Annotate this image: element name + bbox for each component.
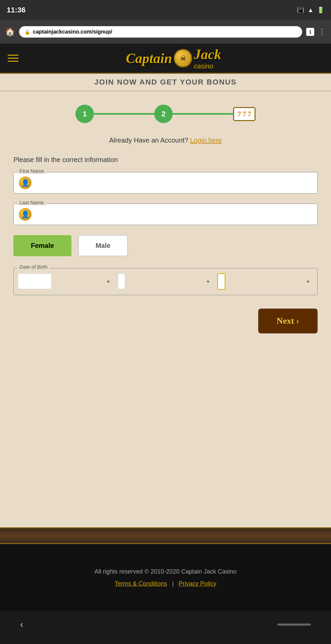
step-line-1-2 — [94, 113, 154, 115]
dob-day-select[interactable] — [118, 273, 125, 289]
lock-icon: 🔒 — [24, 29, 30, 35]
first-name-input[interactable] — [36, 179, 312, 186]
progress-steps: 1 2 7 7 7 — [13, 101, 318, 123]
dob-month-wrapper: January February March April May June Ju… — [18, 273, 114, 290]
vibrate-icon: 📳 — [297, 6, 304, 14]
step-3-slots: 7 7 7 — [233, 107, 256, 121]
privacy-policy-link[interactable]: Privacy Policy — [179, 580, 216, 587]
hamburger-line-1 — [8, 55, 18, 56]
browser-menu-icon[interactable]: ⋮ — [318, 28, 326, 36]
last-name-label: Last Name — [17, 200, 46, 205]
system-nav-bar: ‹ — [0, 611, 331, 638]
dob-section: Date of Birth January February March Apr… — [13, 268, 318, 295]
status-time: 11:36 — [7, 6, 25, 14]
first-name-input-row: 👤 — [13, 172, 318, 194]
hamburger-line-3 — [8, 61, 18, 62]
url-bar[interactable]: 🔒 captainjackcasino.com/signup/ — [19, 26, 302, 38]
site-footer: All rights reserved © 2010-2020 Captain … — [0, 544, 331, 611]
battery-icon: 🔋 — [317, 6, 324, 14]
footer-divider: | — [172, 580, 174, 587]
footer-links: Terms & Conditions | Privacy Policy — [115, 580, 216, 587]
slot-num-3: 7 — [247, 110, 251, 118]
main-content: 1 2 7 7 7 Already Have an Account? Login… — [0, 91, 331, 527]
site-logo: Captain ☠ Jack casino — [21, 46, 326, 70]
login-prompt: Already Have an Account? Login here — [13, 137, 318, 144]
promo-banner: JOIN NOW AND GET YOUR BONUS — [0, 74, 331, 91]
wifi-icon: ▲ — [308, 7, 314, 14]
first-name-field-wrapper: First Name 👤 — [13, 172, 318, 194]
dob-fields: January February March April May June Ju… — [13, 268, 318, 295]
person-icon-2: 👤 — [21, 210, 30, 218]
footer-copyright: All rights reserved © 2010-2020 Captain … — [95, 568, 236, 575]
home-icon[interactable]: 🏠 — [5, 27, 15, 37]
gender-male-button[interactable]: Male — [78, 235, 128, 256]
url-text: captainjackcasino.com/signup/ — [33, 29, 112, 35]
wood-footer-bar — [0, 527, 331, 544]
last-name-input-row: 👤 — [13, 204, 318, 225]
tab-count[interactable]: 1 — [306, 28, 314, 36]
form-instruction: Please fill in the correct information — [13, 156, 318, 164]
dob-year-select[interactable] — [217, 273, 225, 290]
logo-text-captain: Captain — [126, 50, 172, 66]
first-name-label: First Name — [17, 168, 46, 174]
banner-text: JOIN NOW AND GET YOUR BONUS — [94, 78, 236, 86]
browser-bar: 🏠 🔒 captainjackcasino.com/signup/ 1 ⋮ — [0, 20, 331, 44]
terms-conditions-link[interactable]: Terms & Conditions — [115, 580, 167, 587]
gender-female-button[interactable]: Female — [13, 235, 71, 256]
first-name-icon: 👤 — [19, 176, 32, 189]
last-name-icon: 👤 — [19, 208, 32, 221]
dob-label: Date of Birth — [17, 264, 49, 270]
logo-coin: ☠ — [174, 49, 192, 67]
status-bar: 11:36 📳 ▲ 🔋 — [0, 0, 331, 20]
last-name-input[interactable] — [36, 211, 312, 218]
step-2-circle: 2 — [154, 105, 173, 123]
person-icon: 👤 — [21, 179, 30, 187]
hamburger-line-2 — [8, 58, 18, 59]
slot-num-1: 7 — [237, 110, 241, 118]
next-button[interactable]: Next › — [258, 309, 318, 333]
slot-num-2: 7 — [242, 110, 246, 118]
url-path: /signup/ — [92, 29, 112, 35]
signup-form: Please fill in the correct information F… — [13, 156, 318, 333]
logo-text-jack: Jack — [194, 46, 221, 62]
login-prompt-text: Already Have an Account? — [109, 137, 188, 144]
gender-section: Female Male — [13, 235, 318, 256]
hamburger-menu-button[interactable] — [5, 52, 21, 64]
status-icons: 📳 ▲ 🔋 — [297, 6, 324, 14]
back-button[interactable]: ‹ — [20, 619, 23, 630]
home-bar[interactable] — [277, 624, 311, 626]
logo-casino-text: casino — [194, 62, 213, 70]
next-button-row: Next › — [13, 309, 318, 333]
dob-month-select[interactable]: January February March April May June Ju… — [18, 273, 52, 289]
next-button-label: Next › — [277, 316, 299, 326]
last-name-field-wrapper: Last Name 👤 — [13, 204, 318, 225]
logo-skull-icon: ☠ — [180, 54, 186, 63]
step-1-circle: 1 — [75, 105, 94, 123]
dob-day-wrapper — [118, 273, 214, 290]
login-link[interactable]: Login here — [190, 137, 222, 144]
url-base: captainjackcasino.com — [33, 29, 92, 35]
dob-year-wrapper — [217, 273, 313, 290]
logo-right: Jack casino — [194, 46, 221, 70]
step-line-2-3 — [173, 113, 233, 115]
site-header: Captain ☠ Jack casino — [0, 44, 331, 74]
